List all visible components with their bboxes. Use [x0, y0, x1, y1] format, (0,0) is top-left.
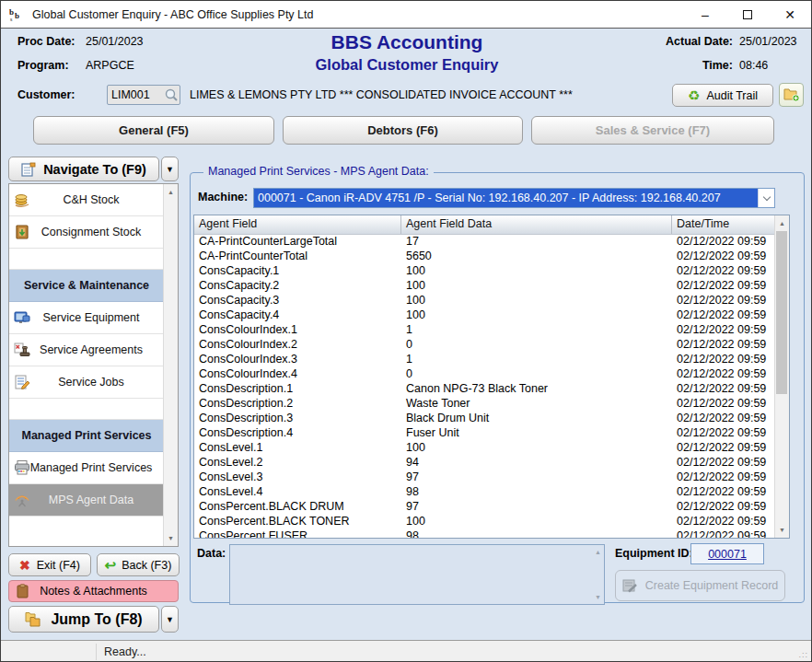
status-bar: Ready... .:: — [1, 640, 811, 662]
cell-date-time: 02/12/2022 09:59 — [672, 397, 775, 412]
table-row[interactable]: ConsDescription.4Fuser Unit02/12/2022 09… — [194, 426, 775, 441]
resize-grip[interactable]: .:: — [798, 650, 808, 659]
table-row[interactable]: ConsCapacity.310002/12/2022 09:59 — [194, 294, 775, 308]
table-row[interactable]: ConsLevel.49802/12/2022 09:59 — [194, 485, 775, 500]
sidebar-item-c-h-stock[interactable]: C&H Stock — [9, 184, 164, 216]
folder-add-icon — [783, 87, 800, 102]
cell-date-time: 02/12/2022 09:59 — [672, 470, 775, 485]
scrollbar-thumb[interactable] — [776, 231, 787, 394]
cell-agent-field-data: 100 — [401, 279, 672, 294]
box-icon — [14, 224, 30, 240]
notes-attachments-button[interactable]: Notes & Attachments — [8, 580, 179, 602]
jump-to-dropdown[interactable]: ▼ — [161, 606, 179, 633]
exit-button[interactable]: ✖ Exit (F4) — [8, 553, 91, 576]
cell-agent-field: CA-PrintCounterLargeTotal — [194, 235, 401, 250]
cell-agent-field-data: 100 — [401, 441, 672, 456]
column-header-date-time[interactable]: Date/Time — [672, 215, 775, 234]
table-row[interactable]: ConsDescription.3Black Drum Unit02/12/20… — [194, 412, 775, 426]
table-scrollbar[interactable]: ▲ ▼ — [774, 215, 789, 538]
svg-text:b: b — [9, 7, 14, 17]
actual-date-value: 25/01/2023 — [739, 35, 797, 48]
agent-data-table: Agent FieldAgent Field DataDate/Time CA-… — [193, 215, 790, 539]
sidebar-item-label: C&H Stock — [9, 193, 164, 206]
cell-agent-field: ConsDescription.2 — [194, 397, 401, 412]
cell-agent-field: ConsCapacity.1 — [194, 264, 401, 279]
data-textarea[interactable]: ▲ ▼ — [229, 544, 605, 605]
folder-add-button[interactable] — [779, 83, 804, 107]
exit-icon: ✖ — [19, 558, 30, 573]
table-row[interactable]: ConsLevel.39702/12/2022 09:59 — [194, 470, 775, 485]
column-header-agent-field[interactable]: Agent Field — [194, 215, 401, 234]
window-title: Global Customer Enquiry - ABC Office Sup… — [32, 8, 313, 21]
create-record-icon — [622, 579, 638, 593]
mps-group-title: Managed Print Services - MPS Agent Data: — [203, 165, 434, 178]
close-button[interactable]: ✕ — [769, 1, 811, 28]
table-row[interactable]: ConsCapacity.410002/12/2022 09:59 — [194, 308, 775, 323]
column-header-agent-field-data[interactable]: Agent Field Data — [401, 215, 672, 234]
table-row[interactable]: ConsLevel.110002/12/2022 09:59 — [194, 441, 775, 456]
back-button[interactable]: ↩ Back (F3) — [97, 553, 180, 576]
jump-to-button[interactable]: Jump To (F8) — [8, 606, 159, 633]
table-row[interactable]: ConsPercent.FUSER9802/12/2022 09:59 — [194, 529, 775, 539]
cell-date-time: 02/12/2022 09:59 — [672, 426, 775, 441]
sidebar-item-mps-agent-data[interactable]: MPS Agent Data — [9, 484, 164, 517]
table-row[interactable]: ConsPercent.BLACK TONER10002/12/2022 09:… — [194, 515, 775, 529]
combo-chevron-down-icon[interactable] — [758, 189, 774, 207]
scroll-up-icon[interactable]: ▲ — [775, 216, 789, 230]
equipment-id-link[interactable]: 000071 — [708, 548, 747, 561]
table-row[interactable]: CA-PrintCounterTotal565002/12/2022 09:59 — [194, 250, 775, 264]
sidebar-item-label: MPS Agent Data — [9, 494, 164, 506]
cell-agent-field: ConsColourIndex.2 — [194, 338, 401, 353]
sidebar-item-managed-print-services[interactable]: Managed Print Services — [9, 452, 164, 484]
scroll-down-icon[interactable]: ▼ — [164, 531, 178, 545]
table-row[interactable]: ConsCapacity.210002/12/2022 09:59 — [194, 279, 775, 294]
table-row[interactable]: ConsColourIndex.1102/12/2022 09:59 — [194, 323, 775, 338]
cell-agent-field: ConsLevel.1 — [194, 441, 401, 456]
cell-date-time: 02/12/2022 09:59 — [672, 367, 775, 382]
tab-general[interactable]: General (F5) — [33, 116, 274, 145]
table-row[interactable]: ConsDescription.1Canon NPG-73 Black Tone… — [194, 382, 775, 397]
title-bar: b b s Global Customer Enquiry - ABC Offi… — [1, 1, 811, 29]
sidebar-item-label: Consignment Stock — [9, 226, 164, 238]
table-row[interactable]: ConsCapacity.110002/12/2022 09:59 — [194, 264, 775, 279]
exit-label: Exit (F4) — [37, 559, 80, 572]
nav-scrollbar[interactable]: ▲ ▼ — [163, 184, 178, 546]
table-row[interactable]: ConsLevel.29402/12/2022 09:59 — [194, 456, 775, 470]
table-row[interactable]: ConsColourIndex.2002/12/2022 09:59 — [194, 338, 775, 353]
maximize-button[interactable] — [726, 1, 769, 28]
sidebar-item-label: Service Jobs — [9, 376, 164, 389]
chevron-down-icon: ▼ — [166, 165, 174, 174]
app-icon: b b s — [8, 6, 25, 23]
cell-agent-field-data: 100 — [401, 308, 672, 323]
audit-trail-button[interactable]: ♻ Audit Trail — [672, 84, 773, 107]
cell-agent-field: ConsLevel.3 — [194, 470, 401, 485]
cell-date-time: 02/12/2022 09:59 — [672, 456, 775, 470]
printer-icon — [14, 459, 30, 476]
table-row[interactable]: ConsColourIndex.3102/12/2022 09:59 — [194, 353, 775, 367]
search-icon[interactable] — [164, 87, 180, 103]
sidebar-item-service-jobs[interactable]: Service Jobs — [9, 366, 164, 399]
cell-date-time: 02/12/2022 09:59 — [672, 338, 775, 353]
sidebar-item-service-agreements[interactable]: Service Agreements — [9, 334, 164, 366]
scroll-down-icon: ▼ — [595, 594, 601, 600]
table-row[interactable]: ConsDescription.2Waste Toner02/12/2022 0… — [194, 397, 775, 412]
scroll-down-icon[interactable]: ▼ — [775, 523, 789, 537]
cell-agent-field: ConsCapacity.4 — [194, 308, 401, 323]
cell-date-time: 02/12/2022 09:59 — [672, 323, 775, 338]
sidebar-item-service-equipment[interactable]: Service Equipment — [9, 302, 164, 334]
navigate-to-button[interactable]: Navigate To (F9) — [8, 157, 159, 181]
machine-dropdown[interactable]: 000071 - Canon iR-ADV 4751 /P - Serial N… — [253, 188, 775, 208]
clipboard-icon — [14, 374, 30, 390]
table-row[interactable]: ConsColourIndex.4002/12/2022 09:59 — [194, 367, 775, 382]
navigate-to-dropdown[interactable]: ▼ — [161, 157, 179, 181]
navigate-icon — [21, 162, 36, 177]
sidebar-item-consignment-stock[interactable]: Consignment Stock — [9, 216, 164, 249]
equipment-id-field[interactable]: 000071 — [690, 543, 764, 564]
table-row[interactable]: CA-PrintCounterLargeTotal1702/12/2022 09… — [194, 235, 775, 250]
tab-debtors[interactable]: Debtors (F6) — [283, 116, 523, 145]
minimize-button[interactable]: – — [684, 1, 726, 28]
scroll-up-icon[interactable]: ▲ — [164, 185, 178, 199]
table-row[interactable]: ConsPercent.BLACK DRUM9702/12/2022 09:59 — [194, 500, 775, 515]
customer-code-field[interactable]: LIM001 — [107, 85, 180, 105]
cell-agent-field-data: 5650 — [401, 250, 672, 264]
